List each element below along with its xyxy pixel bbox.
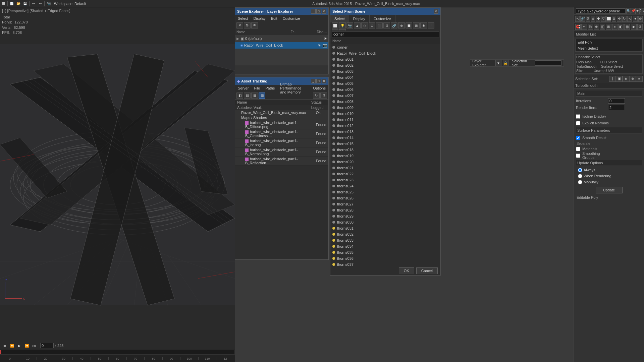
percent-snap-icon[interactable]: % — [588, 24, 593, 30]
menu-edit[interactable]: Edit — [268, 15, 280, 22]
render-iters-input[interactable] — [608, 105, 625, 110]
menu-icon[interactable]: ☰ — [0, 1, 7, 7]
pin-icon[interactable]: 📌 — [631, 8, 636, 14]
at-menu-server[interactable]: Server — [235, 85, 251, 92]
asset-row[interactable]: barbed_wire_obstacle_part1-B_Glossiness.… — [235, 129, 328, 138]
sfs-list-item[interactable]: thorns011 — [330, 117, 440, 123]
sfs-list-item[interactable]: thorns024 — [330, 183, 440, 189]
render-settings-icon[interactable]: ⚙ — [637, 24, 643, 30]
at-btn2[interactable]: ▤ — [244, 93, 251, 99]
help-icon[interactable]: ? — [639, 8, 642, 14]
sel-crossing-icon[interactable]: ⧉ — [612, 16, 616, 22]
sfs-list-item[interactable]: thorns014 — [330, 135, 440, 141]
sfs-filter13[interactable]: ✱ — [420, 22, 427, 28]
next-frame-btn[interactable]: ⏩ — [23, 343, 30, 349]
update-button[interactable]: Update — [596, 187, 623, 193]
sel-set-icon3[interactable]: ◈ — [623, 76, 629, 82]
star-icon[interactable]: ★ — [636, 8, 639, 14]
at-minimize[interactable]: _ — [311, 79, 316, 83]
workspace-dropdown[interactable]: Workspace: Default — [52, 1, 88, 6]
smooth-result-checkbox[interactable] — [576, 136, 580, 140]
sel-set-icon1[interactable]: | — [609, 76, 616, 82]
sfs-list-item[interactable]: thorns002 — [330, 62, 440, 68]
ok-button[interactable]: OK — [399, 267, 414, 274]
sfs-list-item[interactable]: thorns001 — [330, 56, 440, 62]
restore-btn[interactable]: □ — [316, 9, 321, 14]
sfs-list-item[interactable]: thorns005 — [330, 80, 440, 86]
select-obj-icon[interactable]: ↖ — [575, 16, 580, 22]
razor-wire-row[interactable]: ■ Razor_Wire_Coil_Block ☀ 📷 — [235, 42, 328, 49]
layer-lock-btn[interactable]: 🔒 — [503, 60, 508, 66]
sfs-filter4[interactable]: ▲ — [354, 22, 361, 28]
sfs-search-input[interactable] — [332, 31, 439, 37]
mirror-icon[interactable]: ◫ — [600, 24, 605, 30]
move-icon[interactable]: ✛ — [617, 16, 621, 22]
sfs-list-item[interactable]: thorns022 — [330, 171, 440, 177]
new-icon[interactable]: 📄 — [8, 1, 15, 7]
at-btn4[interactable]: ▥ — [259, 93, 265, 99]
sel-set-icon2[interactable]: ▣ — [616, 76, 623, 82]
ref-coord-icon[interactable]: ▼ — [633, 16, 637, 22]
sel-window-icon[interactable]: ⬜ — [606, 16, 611, 22]
sfs-list-item[interactable]: thorns036 — [330, 255, 440, 261]
sfs-filter6[interactable]: ⊙ — [369, 22, 375, 28]
redo-icon[interactable]: ↪ — [37, 1, 44, 7]
sfs-list-item[interactable]: thorns029 — [330, 213, 440, 219]
asset-row[interactable]: Autodesk VaultLogged — [235, 105, 328, 110]
sfs-filter7[interactable]: ⬛ — [376, 22, 383, 28]
asset-row[interactable]: Maps / Shaders — [235, 115, 328, 120]
search-icon[interactable]: 🔍 — [626, 8, 631, 14]
snap-icon[interactable]: 🧲 — [575, 24, 581, 30]
layer-view-btn[interactable]: ▼ — [495, 60, 501, 66]
menu-display[interactable]: Display — [251, 15, 268, 22]
bind-icon[interactable]: ⊕ — [591, 16, 595, 22]
sfs-list-item[interactable]: thorns032 — [330, 231, 440, 237]
viewport[interactable]: [+] [Perspective] [Shaded + Edged Faces]… — [0, 7, 235, 342]
sfs-list-item[interactable]: thorns008 — [330, 99, 440, 105]
sel-set-icon5[interactable]: ≡ — [636, 76, 643, 82]
sfs-list-item[interactable]: thorns025 — [330, 189, 440, 195]
minimize-btn[interactable]: _ — [311, 9, 316, 14]
sort-icon[interactable]: ⇅ — [244, 22, 251, 28]
mesh-select-stack-item[interactable]: Mesh Select — [576, 45, 642, 51]
sfs-tab-customize[interactable]: Customize — [370, 15, 395, 22]
asset-row[interactable]: barbed_wire_obstacle_part1-B_ior.pngFoun… — [235, 138, 328, 147]
slice-label[interactable]: Slice Unwrap UVW — [576, 69, 642, 73]
layer-default-row[interactable]: ▶ ▣ 0 (default) ☀ — [235, 35, 328, 42]
sfs-list-item[interactable]: thorns035 — [330, 249, 440, 255]
sfs-list-item[interactable]: thorns004 — [330, 74, 440, 80]
smoothing-groups-checkbox[interactable] — [576, 154, 580, 158]
rotate-icon[interactable]: ↻ — [622, 16, 627, 22]
manually-radio[interactable] — [578, 180, 582, 184]
sfs-list-item[interactable]: thorns028 — [330, 207, 440, 213]
edit-poly-stack-item[interactable]: Edit Poly — [576, 39, 642, 45]
menu-select[interactable]: Select — [235, 15, 251, 22]
sfs-tab-display[interactable]: Display — [349, 15, 370, 22]
sfs-list-item[interactable]: thorns033 — [330, 237, 440, 243]
sfs-filter8[interactable]: ⚙ — [383, 22, 390, 28]
iterations-input[interactable] — [608, 98, 625, 104]
sfs-list-item[interactable]: thorns012 — [330, 123, 440, 129]
isoline-checkbox[interactable] — [576, 114, 580, 119]
materials-checkbox[interactable] — [576, 147, 580, 151]
play-back-btn[interactable]: ⏮ — [1, 343, 8, 349]
at-menu-file[interactable]: File — [251, 85, 263, 92]
uvw-map-label[interactable]: UVW Map FDD Select — [576, 60, 642, 64]
prev-frame-btn[interactable]: ⏪ — [9, 343, 15, 349]
explicit-normals-checkbox[interactable] — [576, 121, 580, 125]
asset-row[interactable]: Razor_Wire_Coil_Block_max_vray.maxOk — [235, 110, 328, 115]
sfs-list-item[interactable]: thorns007 — [330, 93, 440, 99]
at-btn1[interactable]: ◧ — [236, 93, 243, 99]
asset-row[interactable]: barbed_wire_obstacle_part1-B_Normal.pngF… — [235, 147, 328, 157]
filter-icon[interactable]: ✕ — [236, 22, 243, 28]
scale-icon[interactable]: ⤡ — [627, 16, 632, 22]
manipulate-icon[interactable]: ✚ — [596, 16, 600, 22]
sfs-tab-select[interactable]: Select — [330, 15, 349, 22]
sfs-filter2[interactable]: 💡 — [339, 22, 346, 28]
turbosm-label[interactable]: TurboSmooth Surface Select — [576, 65, 642, 68]
align-icon[interactable]: ≡ — [612, 24, 618, 30]
pivot-icon[interactable]: ⊙ — [638, 16, 643, 22]
open-icon[interactable]: 📂 — [15, 1, 22, 7]
scene-explorer-titlebar[interactable]: Scene Explorer - Layer Explorer _ □ ✕ — [235, 8, 328, 15]
current-frame-input[interactable] — [40, 343, 54, 348]
